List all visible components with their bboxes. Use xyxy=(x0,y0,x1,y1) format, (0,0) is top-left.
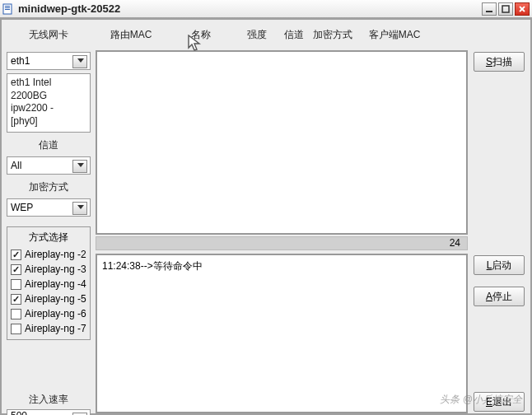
header-encrypt: 加密方式 xyxy=(308,28,357,42)
nic-combo[interactable]: eth1 xyxy=(7,52,91,70)
nic-detail-list[interactable]: eth1 Intel 2200BG ipw2200 - [phy0] xyxy=(7,73,91,133)
nic-combo-value: eth1 xyxy=(11,55,30,67)
method-option-label: Aireplay-ng -2 xyxy=(25,249,86,260)
app-icon xyxy=(2,3,14,15)
header-client-mac: 客户端MAC xyxy=(357,28,432,42)
title-bar: minidwep-gtk-20522 xyxy=(0,0,532,18)
stop-button[interactable]: A停止 xyxy=(474,287,525,306)
svg-rect-3 xyxy=(5,9,10,10)
method-option-label: Aireplay-ng -5 xyxy=(25,293,86,305)
header-nic: 无线网卡 xyxy=(3,28,94,42)
inject-combo[interactable]: 500 xyxy=(7,409,91,415)
status-count: 24 xyxy=(450,237,460,249)
close-button[interactable] xyxy=(515,2,530,16)
method-option-label: Aireplay-ng -4 xyxy=(25,278,86,290)
svg-rect-2 xyxy=(5,7,10,8)
method-option[interactable]: Aireplay-ng -2 xyxy=(10,247,87,262)
method-option-label: Aireplay-ng -6 xyxy=(25,308,86,319)
method-option[interactable]: Aireplay-ng -6 xyxy=(10,306,87,321)
encrypt-combo-value: WEP xyxy=(11,202,33,213)
inject-label: 注入速率 xyxy=(7,390,91,408)
nic-detail-line: 2200BG xyxy=(11,90,86,103)
header-strength: 强度 xyxy=(234,28,279,42)
method-frame: 方式选择 Aireplay-ng -2Aireplay-ng -3Airepla… xyxy=(7,226,91,340)
method-option[interactable]: Aireplay-ng -5 xyxy=(10,291,87,306)
inject-combo-value: 500 xyxy=(11,410,27,415)
nic-detail-line: [phy0] xyxy=(11,115,86,128)
channel-combo[interactable]: All xyxy=(7,156,91,175)
start-button[interactable]: L启动 xyxy=(474,255,525,275)
minimize-button[interactable] xyxy=(482,2,497,16)
checkbox-icon[interactable] xyxy=(11,309,21,319)
method-option[interactable]: Aireplay-ng -7 xyxy=(10,321,87,336)
dropdown-icon xyxy=(77,163,84,167)
svg-rect-4 xyxy=(486,11,492,12)
method-option-label: Aireplay-ng -7 xyxy=(25,323,86,334)
checkbox-icon[interactable] xyxy=(11,324,21,334)
log-line: 11:24:38-->等待命令中 xyxy=(102,259,461,273)
header-channel: 信道 xyxy=(279,28,308,42)
scan-button[interactable]: S扫描 xyxy=(474,52,525,72)
network-list[interactable] xyxy=(96,50,468,235)
nic-detail-line: eth1 Intel xyxy=(11,77,86,90)
window-title: minidwep-gtk-20522 xyxy=(18,2,480,15)
method-label: 方式选择 xyxy=(10,231,87,245)
method-option-label: Aireplay-ng -3 xyxy=(25,263,86,275)
checkbox-icon[interactable] xyxy=(11,264,21,275)
svg-rect-1 xyxy=(5,6,10,7)
header-mac: 路由MAC xyxy=(94,28,168,42)
dropdown-icon xyxy=(77,205,84,209)
nic-detail-line: ipw2200 - xyxy=(11,102,86,115)
column-headers: 无线网卡 路由MAC 名称 强度 信道 加密方式 客户端MAC xyxy=(3,21,529,49)
channel-combo-value: All xyxy=(11,160,21,171)
channel-label: 信道 xyxy=(7,136,91,153)
encrypt-combo[interactable]: WEP xyxy=(7,198,91,217)
method-option[interactable]: Aireplay-ng -4 xyxy=(10,277,87,291)
svg-rect-5 xyxy=(502,6,509,12)
checkbox-icon[interactable] xyxy=(11,294,21,305)
encrypt-label: 加密方式 xyxy=(7,178,91,195)
method-option[interactable]: Aireplay-ng -3 xyxy=(10,262,87,277)
header-name: 名称 xyxy=(168,28,234,42)
dropdown-icon xyxy=(77,58,84,63)
status-bar: 24 xyxy=(96,236,468,250)
checkbox-icon[interactable] xyxy=(11,279,21,290)
maximize-button[interactable] xyxy=(498,2,513,16)
checkbox-icon[interactable] xyxy=(11,249,21,260)
watermark: 头条 @小兵搞安全 xyxy=(440,393,522,407)
log-output[interactable]: 11:24:38-->等待命令中 xyxy=(96,254,468,413)
